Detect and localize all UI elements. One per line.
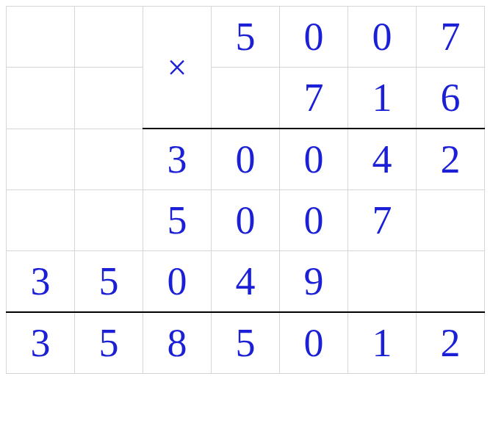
multiplicand-digit: 7 <box>417 7 485 68</box>
product-digit: 2 <box>417 312 485 374</box>
partial-digit: 9 <box>280 251 348 313</box>
partial-digit: 0 <box>280 129 348 190</box>
empty-cell <box>7 129 75 190</box>
product-digit: 1 <box>348 312 417 374</box>
multiplicand-digit: 0 <box>348 7 417 68</box>
multiplicand-row: × 5 0 0 7 <box>7 7 485 68</box>
empty-cell <box>7 7 75 68</box>
product-digit: 0 <box>280 312 348 374</box>
empty-cell <box>7 68 75 129</box>
partial-digit: 3 <box>7 251 75 313</box>
long-multiplication-grid: × 5 0 0 7 7 1 6 3 0 0 4 2 5 0 0 7 3 5 0 … <box>6 6 485 374</box>
product-digit: 5 <box>212 312 280 374</box>
partial-digit: 5 <box>143 190 212 251</box>
empty-cell <box>417 251 485 313</box>
partial-digit: 5 <box>75 251 143 313</box>
product-digit: 5 <box>75 312 143 374</box>
partial-digit: 2 <box>417 129 485 190</box>
empty-cell <box>212 68 280 129</box>
multiplier-digit: 6 <box>417 68 485 129</box>
empty-cell <box>75 68 143 129</box>
partial-digit: 4 <box>212 251 280 313</box>
partial-digit: 0 <box>212 129 280 190</box>
product-digit: 3 <box>7 312 75 374</box>
partial-digit: 7 <box>348 190 417 251</box>
partial-digit: 0 <box>212 190 280 251</box>
multiplicand-digit: 0 <box>280 7 348 68</box>
partial-digit: 0 <box>280 190 348 251</box>
partial-product-row: 3 0 0 4 2 <box>7 129 485 190</box>
multiplier-digit: 1 <box>348 68 417 129</box>
partial-product-row: 5 0 0 7 <box>7 190 485 251</box>
empty-cell <box>7 190 75 251</box>
product-digit: 8 <box>143 312 212 374</box>
multiplicand-digit: 5 <box>212 7 280 68</box>
partial-product-row: 3 5 0 4 9 <box>7 251 485 313</box>
empty-cell <box>75 129 143 190</box>
partial-digit: 4 <box>348 129 417 190</box>
multiplier-row: 7 1 6 <box>7 68 485 129</box>
partial-digit: 0 <box>143 251 212 313</box>
empty-cell <box>75 190 143 251</box>
multiplier-digit: 7 <box>280 68 348 129</box>
product-row: 3 5 8 5 0 1 2 <box>7 312 485 374</box>
empty-cell <box>417 190 485 251</box>
multiply-operator: × <box>143 7 212 129</box>
partial-digit: 3 <box>143 129 212 190</box>
empty-cell <box>348 251 417 313</box>
empty-cell <box>75 7 143 68</box>
